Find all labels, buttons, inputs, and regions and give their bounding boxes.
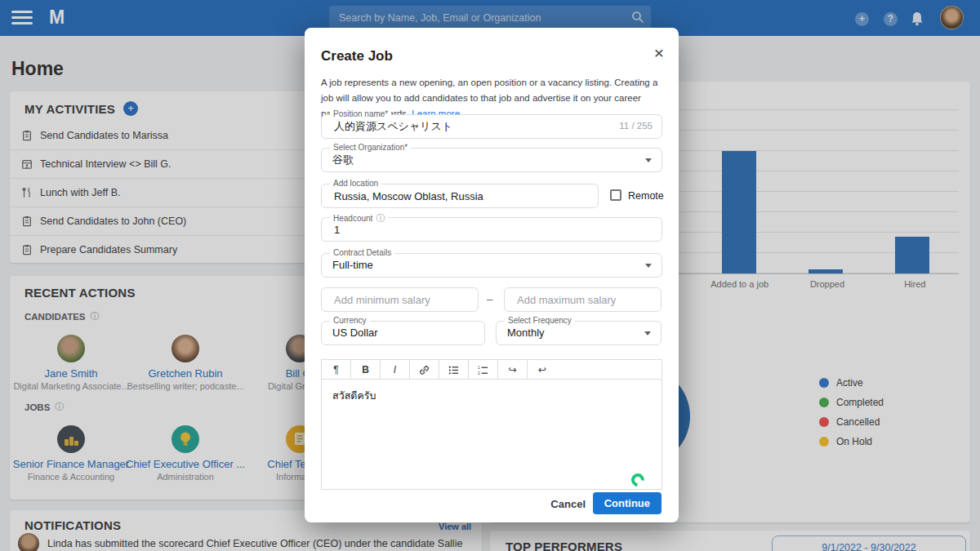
salary-range-dash: – [487,293,492,305]
redo-icon[interactable]: ↪ [498,360,528,380]
italic-icon[interactable]: I [381,360,410,380]
max-salary-field[interactable] [504,287,662,312]
paragraph-icon[interactable]: ¶ [322,360,351,380]
bold-icon[interactable]: B [351,360,381,380]
position-name-input[interactable] [332,115,570,138]
editor-textarea[interactable]: สวัสดีครับ [322,380,662,489]
max-salary-input[interactable] [515,288,648,311]
currency-field[interactable]: Currency US Dollar [321,321,485,345]
frequency-select[interactable]: Select Frequency Monthly [496,321,662,345]
contract-value: Full-time [332,254,373,277]
currency-value: US Dollar [332,322,378,344]
frequency-value: Monthly [507,322,545,344]
min-salary-input[interactable] [332,288,465,311]
modal-title: Create Job [321,48,393,64]
min-salary-field[interactable] [321,287,479,312]
continue-button[interactable]: Continue [593,492,662,514]
chevron-down-icon[interactable] [645,264,652,268]
remote-label: Remote [628,190,664,202]
location-field[interactable]: Add location [321,184,599,208]
organization-value: 谷歌 [332,149,354,171]
create-job-modal: Create Job × A job represents a new open… [305,28,679,522]
close-icon[interactable]: × [654,44,664,61]
location-input[interactable] [332,184,567,207]
numbered-list-icon[interactable]: 12 [469,360,498,380]
remote-checkbox[interactable] [610,189,621,201]
headcount-field[interactable]: Headcountⓘ [321,217,662,242]
bullet-list-icon[interactable] [439,360,469,380]
svg-text:1: 1 [478,365,480,369]
organization-select[interactable]: Select Organization* 谷歌 [321,148,662,172]
char-counter: 11 / 255 [619,121,653,131]
undo-icon[interactable]: ↩ [528,360,557,380]
position-name-field[interactable]: Position name* 11 / 255 [321,114,662,139]
headcount-input[interactable] [332,218,621,241]
chevron-down-icon[interactable] [644,331,651,335]
cancel-button[interactable]: Cancel [546,497,590,511]
description-editor: ¶ B I 12 ↪ ↩ สวัสดีครับ [321,359,662,490]
link-icon[interactable] [410,360,439,380]
editor-toolbar: ¶ B I 12 ↪ ↩ [322,360,662,380]
contract-select[interactable]: Contract Details Full-time [321,253,662,278]
svg-text:2: 2 [478,371,480,375]
chevron-down-icon[interactable] [645,158,652,162]
